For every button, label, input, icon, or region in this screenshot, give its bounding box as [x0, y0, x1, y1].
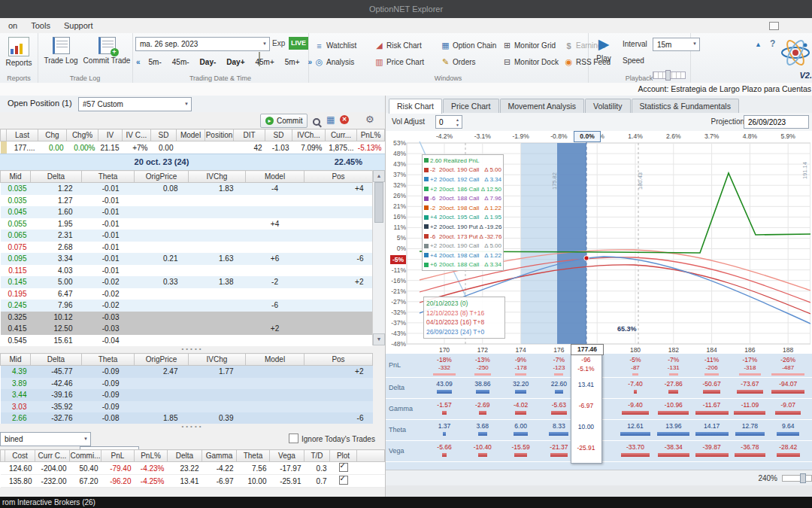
- scroll-down-icon[interactable]: ▼: [373, 333, 385, 345]
- risk-chart[interactable]: 175.82 180.43 191.14 53%48%43%37%32%26%2…: [386, 131, 812, 354]
- splitter-handle[interactable]: [0, 346, 385, 352]
- option-row[interactable]: 0.245 7.96 -0.02 -6: [1, 300, 373, 312]
- zoom-slider[interactable]: [782, 475, 812, 482]
- model-cell[interactable]: [246, 335, 304, 347]
- layout-grid-icon[interactable]: ▦: [326, 114, 335, 125]
- column-header[interactable]: Model: [246, 354, 304, 366]
- step-back-chevron-icon[interactable]: «: [134, 58, 143, 66]
- interval-select[interactable]: 15m: [653, 38, 700, 51]
- column-header[interactable]: Position: [205, 129, 234, 141]
- column-header[interactable]: Commi...: [70, 450, 102, 462]
- checkbox-icon[interactable]: [289, 433, 298, 443]
- tab[interactable]: Statistics & Fundamentals: [632, 99, 739, 113]
- option-row[interactable]: 0.035 1.27 -0.01: [1, 195, 373, 207]
- zoom-slider-handle[interactable]: [800, 473, 806, 483]
- spinner-arrows-icon[interactable]: [454, 116, 461, 128]
- option-row[interactable]: 0.045 1.60 -0.01: [1, 206, 373, 218]
- column-header[interactable]: Vega: [270, 450, 304, 462]
- column-header[interactable]: PnL%: [135, 450, 168, 462]
- option-row[interactable]: 0.545 15.61 -0.04: [1, 335, 373, 347]
- trading-date-input[interactable]: ma. 26 sep. 2023: [135, 37, 270, 51]
- model-cell[interactable]: +4: [246, 218, 304, 230]
- model-cell[interactable]: [246, 265, 304, 277]
- model-cell[interactable]: -6: [246, 300, 304, 312]
- model-cell[interactable]: [246, 366, 304, 378]
- column-header[interactable]: Pos: [304, 171, 373, 183]
- projection-date-input[interactable]: 26/09/2023: [744, 115, 809, 129]
- column-header[interactable]: [357, 450, 385, 462]
- menu-item[interactable]: Support: [57, 19, 100, 32]
- column-header[interactable]: PnL: [102, 450, 135, 462]
- window-toggle[interactable]: Price Chart: [374, 54, 441, 70]
- settings-gear-icon[interactable]: ⚙: [365, 114, 374, 125]
- column-header[interactable]: Mid: [1, 171, 31, 183]
- option-row[interactable]: 0.035 1.22 -0.01 0.08 1.83 -4 +4: [1, 183, 373, 195]
- trade-log-button[interactable]: Trade Log: [39, 37, 83, 65]
- column-header[interactable]: Plot: [330, 450, 357, 462]
- column-header[interactable]: T/D: [304, 450, 330, 462]
- live-button[interactable]: LIVE: [289, 37, 308, 50]
- option-row[interactable]: 0.095 3.34 -0.01 0.21 1.63 +6 -6: [1, 253, 373, 265]
- column-header[interactable]: IV: [98, 129, 123, 141]
- option-row[interactable]: 3.44 -39.16 -0.09: [1, 389, 373, 401]
- column-header[interactable]: Last: [7, 129, 38, 141]
- window-toggle[interactable]: Orders: [441, 54, 502, 70]
- column-header[interactable]: IVCh...: [292, 129, 326, 141]
- model-cell[interactable]: [246, 195, 304, 207]
- column-header[interactable]: DIT: [234, 129, 265, 141]
- plot-checkbox[interactable]: [339, 476, 348, 485]
- model-cell[interactable]: +2: [246, 323, 304, 335]
- option-row[interactable]: 4.39 -45.77 -0.09 2.47 1.77 +2: [1, 366, 373, 378]
- model-cell[interactable]: [246, 401, 304, 413]
- position-selector[interactable]: #57 Custom: [78, 97, 192, 111]
- titlebar[interactable]: OptionNET Explorer: [0, 0, 812, 18]
- model-cell[interactable]: [246, 378, 304, 390]
- option-row[interactable]: 0.145 5.00 -0.02 0.33 1.38 -2 +2: [1, 276, 373, 288]
- splitter-handle[interactable]: [0, 424, 385, 430]
- play-button[interactable]: ▶ Play: [591, 37, 617, 62]
- option-row[interactable]: 3.03 -35.92 -0.09: [1, 401, 373, 413]
- column-header[interactable]: [1, 129, 7, 141]
- column-header[interactable]: Delta: [31, 171, 82, 183]
- model-cell[interactable]: -2: [246, 276, 304, 288]
- time-step-button[interactable]: Day+: [222, 58, 249, 66]
- exp-toggle[interactable]: Exp: [272, 37, 285, 50]
- column-header[interactable]: Mid: [1, 354, 31, 366]
- column-header[interactable]: Delta: [31, 354, 82, 366]
- help-icon[interactable]: ?: [770, 38, 775, 49]
- column-header[interactable]: Theta: [82, 171, 135, 183]
- column-header[interactable]: Pos: [304, 354, 373, 366]
- column-header[interactable]: Gamma: [202, 450, 237, 462]
- collapse-ribbon-icon[interactable]: ▲: [755, 41, 762, 48]
- scroll-up-icon[interactable]: ▲: [373, 170, 385, 182]
- model-cell[interactable]: [246, 288, 304, 300]
- column-header[interactable]: SD: [265, 129, 292, 141]
- column-header[interactable]: IV C...: [123, 129, 151, 141]
- position-summary-row[interactable]: 177....0.000.00%21.15+7%0.0042-1.037.09%…: [1, 141, 385, 154]
- option-row[interactable]: 0.065 2.31 -0.01: [1, 230, 373, 242]
- column-header[interactable]: Theta: [82, 354, 135, 366]
- column-header[interactable]: Model: [177, 129, 205, 141]
- window-toggle[interactable]: Analysis: [314, 54, 374, 70]
- window-controls-icon[interactable]: [769, 22, 779, 30]
- window-toggle[interactable]: Monitor Grid: [502, 38, 564, 53]
- option-row[interactable]: 0.075 2.68 -0.01: [1, 242, 373, 254]
- vol-adjust-spinner[interactable]: 0: [435, 115, 462, 129]
- commit-button[interactable]: ▸ Commit: [260, 114, 308, 128]
- column-header[interactable]: Curr C...: [35, 450, 70, 462]
- commit-trade-button[interactable]: + Commit Trade: [83, 37, 131, 65]
- tab[interactable]: Volatility: [585, 99, 631, 113]
- column-header[interactable]: Chg: [38, 129, 67, 141]
- tab[interactable]: Price Chart: [443, 99, 499, 113]
- column-header[interactable]: Theta: [237, 450, 270, 462]
- expiry-header[interactable]: 20 oct. 23 (24) 22.45%: [0, 154, 385, 172]
- menu-item[interactable]: Tools: [24, 19, 57, 32]
- model-cell[interactable]: +6: [246, 253, 304, 265]
- model-cell[interactable]: [246, 242, 304, 254]
- window-toggle[interactable]: Monitor Dock: [502, 54, 564, 70]
- tab[interactable]: Risk Chart: [389, 99, 442, 114]
- model-cell[interactable]: [246, 312, 304, 324]
- column-header[interactable]: Chg%: [67, 129, 98, 141]
- time-step-button[interactable]: 45m-: [168, 58, 194, 66]
- column-header[interactable]: PnL%: [357, 129, 385, 141]
